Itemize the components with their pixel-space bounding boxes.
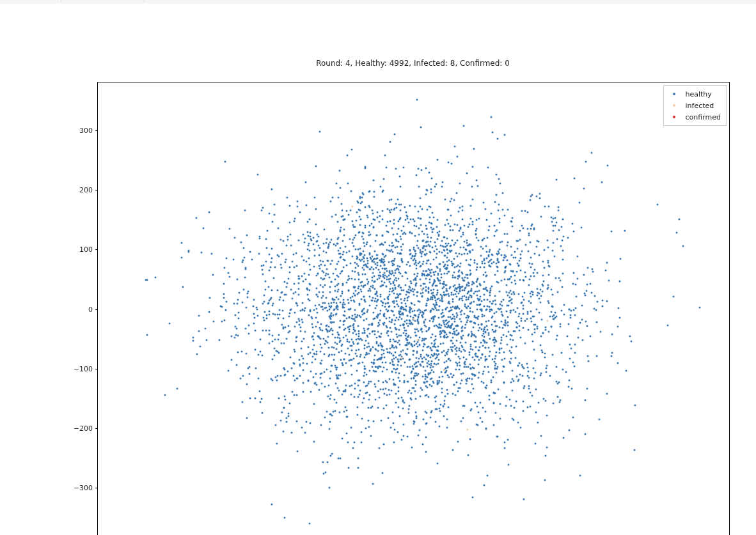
data-point: [329, 377, 331, 379]
data-point: [489, 294, 491, 296]
data-point: [430, 263, 432, 265]
data-point: [331, 312, 333, 314]
data-point: [430, 227, 432, 229]
y-tick-label: 0: [88, 305, 98, 313]
data-point: [277, 254, 279, 256]
legend-swatch: [668, 93, 681, 95]
data-point: [585, 295, 587, 297]
data-point: [454, 394, 456, 396]
data-point: [335, 369, 337, 371]
data-point: [345, 373, 347, 375]
data-point: [533, 348, 535, 350]
data-point: [253, 323, 255, 325]
data-point: [359, 390, 361, 392]
data-point: [467, 282, 469, 284]
data-point: [294, 312, 296, 314]
data-point: [538, 402, 540, 404]
data-point: [331, 281, 333, 283]
data-point: [263, 295, 265, 297]
data-point: [656, 203, 658, 205]
data-point: [457, 365, 459, 367]
data-point: [446, 252, 448, 254]
data-point: [223, 297, 224, 299]
data-point: [581, 319, 583, 321]
data-point: [277, 350, 279, 352]
data-point: [390, 426, 391, 428]
data-point: [451, 198, 453, 199]
data-point: [517, 364, 519, 366]
data-point: [333, 309, 335, 311]
data-point: [377, 300, 379, 302]
data-point: [424, 378, 426, 380]
data-point: [517, 293, 519, 295]
data-point: [400, 230, 402, 232]
data-point: [350, 385, 352, 387]
data-point: [471, 373, 473, 375]
data-point: [562, 258, 564, 260]
data-point: [468, 378, 470, 380]
data-point: [354, 270, 356, 272]
data-point: [558, 229, 560, 231]
data-point: [268, 310, 270, 312]
data-point: [417, 339, 419, 341]
data-point: [478, 218, 480, 220]
data-point: [367, 407, 369, 409]
data-point: [416, 366, 418, 368]
data-point: [424, 374, 426, 376]
data-point: [449, 225, 451, 227]
data-point: [421, 251, 423, 253]
data-point: [424, 249, 426, 251]
data-point: [430, 317, 432, 319]
data-point: [414, 235, 416, 237]
data-point: [209, 211, 210, 213]
data-point: [337, 289, 339, 291]
data-point: [490, 309, 492, 311]
data-point: [396, 334, 398, 336]
data-point: [294, 266, 295, 268]
data-point: [455, 350, 457, 352]
data-point: [414, 279, 416, 281]
data-point: [350, 300, 352, 302]
data-point: [312, 237, 314, 239]
data-point: [342, 219, 344, 221]
data-point: [397, 304, 398, 306]
data-point: [177, 387, 178, 389]
data-point: [492, 261, 494, 263]
data-point: [360, 316, 362, 318]
data-point: [486, 290, 488, 292]
data-point: [424, 343, 426, 345]
data-point: [421, 389, 423, 391]
data-point: [379, 296, 381, 298]
data-point: [278, 352, 280, 354]
data-point: [328, 315, 330, 317]
data-point: [483, 485, 485, 486]
data-point: [322, 295, 324, 297]
data-point: [513, 407, 515, 408]
data-point: [511, 417, 513, 419]
data-point: [343, 329, 345, 330]
data-point: [427, 396, 429, 398]
data-point: [436, 326, 438, 328]
data-point: [456, 224, 458, 226]
data-point: [595, 309, 597, 311]
data-point: [485, 287, 487, 289]
data-point: [286, 244, 288, 246]
data-point: [402, 435, 404, 437]
data-point: [255, 368, 257, 369]
data-point: [455, 369, 457, 371]
data-point: [489, 251, 491, 252]
data-point: [363, 327, 365, 329]
data-point: [290, 245, 292, 247]
data-point: [422, 292, 424, 294]
data-point: [481, 421, 483, 423]
data-point: [296, 265, 298, 267]
data-point: [519, 373, 521, 375]
data-point: [507, 464, 509, 466]
data-point: [366, 353, 368, 355]
data-point: [303, 358, 304, 360]
data-point: [327, 244, 329, 245]
data-point: [411, 366, 413, 368]
data-point: [434, 421, 436, 423]
data-point: [342, 393, 343, 395]
data-point: [393, 428, 395, 430]
